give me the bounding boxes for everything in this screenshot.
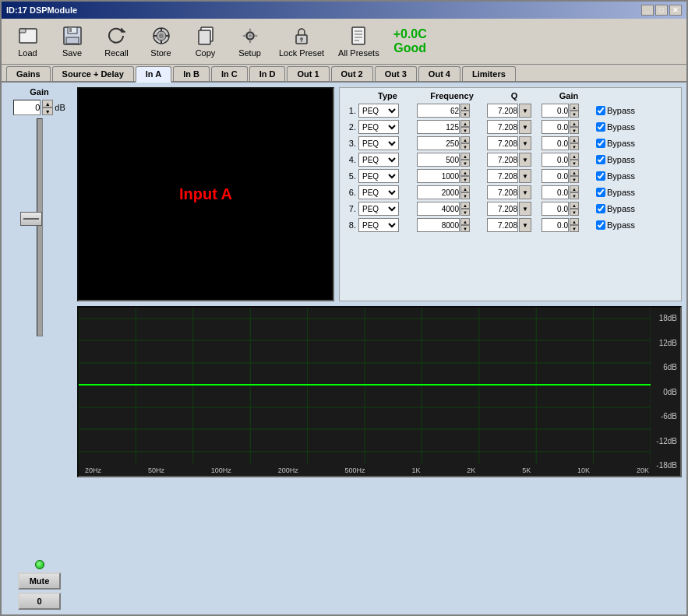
eq-row-1-freq-input[interactable] [417,104,460,118]
tab-gains[interactable]: Gains [6,66,51,81]
eq-row-5-freq-input[interactable] [417,169,460,183]
eq-row-7-q-arrow[interactable]: ▼ [519,202,531,216]
eq-row-4-freq-up[interactable]: ▲ [460,153,470,160]
eq-row-1-freq-down[interactable]: ▼ [460,111,470,118]
eq-row-7-freq-up[interactable]: ▲ [460,202,470,209]
eq-row-4-type-select[interactable]: PEQ [358,153,399,167]
eq-row-3-gain-input[interactable] [542,136,569,150]
eq-row-7-q-input[interactable] [487,202,518,216]
tab-out-3[interactable]: Out 3 [375,66,417,81]
eq-row-2-gain-up[interactable]: ▲ [570,120,579,127]
eq-row-6-q-arrow[interactable]: ▼ [519,185,531,199]
eq-row-1-q-input[interactable] [487,104,518,118]
eq-row-2-freq-input[interactable] [417,120,460,134]
eq-row-1-q-arrow[interactable]: ▼ [519,104,531,118]
eq-row-8-gain-up[interactable]: ▲ [570,218,579,225]
eq-row-5-bypass-check[interactable] [596,171,605,181]
load-button[interactable]: Load [6,22,49,61]
eq-row-6-freq-input[interactable] [417,185,460,199]
recall-button[interactable]: Recall [95,22,138,61]
eq-row-2-q-arrow[interactable]: ▼ [519,120,531,134]
eq-row-3-q-arrow[interactable]: ▼ [519,136,531,150]
eq-row-1-gain-down[interactable]: ▼ [570,111,579,118]
eq-row-7-bypass-check[interactable] [596,204,605,213]
eq-row-7-freq-down[interactable]: ▼ [460,209,470,216]
eq-row-3-gain-down[interactable]: ▼ [570,143,579,150]
eq-row-7-type-select[interactable]: PEQ [358,202,399,216]
close-button[interactable]: ✕ [669,5,682,16]
eq-row-3-freq-down[interactable]: ▼ [460,143,470,150]
tab-in-b[interactable]: In B [173,66,210,81]
eq-row-8-bypass-check[interactable] [596,220,605,230]
setup-button[interactable]: Setup [228,22,271,61]
eq-row-3-freq-up[interactable]: ▲ [460,136,470,143]
fader-thumb[interactable] [20,212,42,226]
eq-row-6-bypass-check[interactable] [596,188,605,197]
eq-row-3-freq-input[interactable] [417,136,460,150]
eq-row-5-q-arrow[interactable]: ▼ [519,169,531,183]
minimize-button[interactable]: _ [641,5,654,16]
eq-row-2-gain-input[interactable] [542,120,569,134]
eq-row-5-q-input[interactable] [487,169,518,183]
eq-row-8-q-input[interactable] [487,218,518,232]
lock-preset-button[interactable]: Lock Preset [273,22,330,61]
tab-out-2[interactable]: Out 2 [331,66,373,81]
eq-row-3-type-select[interactable]: PEQ [358,136,399,150]
all-presets-button[interactable]: All Presets [332,22,386,61]
eq-row-3-gain-up[interactable]: ▲ [570,136,579,143]
eq-row-2-freq-down[interactable]: ▼ [460,127,470,134]
eq-row-2-freq-up[interactable]: ▲ [460,120,470,127]
eq-row-6-type-select[interactable]: PEQ [358,185,399,199]
eq-row-4-gain-down[interactable]: ▼ [570,160,579,167]
tab-source-delay[interactable]: Source + Delay [52,66,134,81]
gain-down-button[interactable]: ▼ [42,107,53,115]
tab-in-a[interactable]: In A [136,66,171,83]
eq-row-1-gain-input[interactable] [542,104,569,118]
fader-track[interactable] [37,118,43,336]
eq-row-6-gain-down[interactable]: ▼ [570,192,579,199]
eq-row-1-freq-up[interactable]: ▲ [460,104,470,111]
eq-row-5-gain-input[interactable] [542,169,569,183]
eq-row-2-gain-down[interactable]: ▼ [570,127,579,134]
eq-row-6-freq-up[interactable]: ▲ [460,185,470,192]
eq-row-8-freq-down[interactable]: ▼ [460,225,470,232]
eq-row-4-freq-input[interactable] [417,153,460,167]
eq-row-3-q-input[interactable] [487,136,518,150]
eq-row-5-freq-up[interactable]: ▲ [460,169,470,176]
eq-row-6-q-input[interactable] [487,185,518,199]
copy-button[interactable]: Copy [184,22,227,61]
eq-row-3-bypass-check[interactable] [596,139,605,148]
eq-row-5-type-select[interactable]: PEQ [358,169,399,183]
eq-row-4-q-input[interactable] [487,153,518,167]
tab-out-1[interactable]: Out 1 [287,66,329,81]
eq-row-4-bypass-check[interactable] [596,155,605,164]
eq-row-4-gain-up[interactable]: ▲ [570,153,579,160]
eq-row-7-freq-input[interactable] [417,202,460,216]
eq-row-7-gain-input[interactable] [542,202,569,216]
eq-row-8-type-select[interactable]: PEQ [358,218,399,232]
tab-out-4[interactable]: Out 4 [418,66,460,81]
eq-row-7-gain-up[interactable]: ▲ [570,202,579,209]
eq-row-4-freq-down[interactable]: ▼ [460,160,470,167]
eq-row-2-type-select[interactable]: PEQ [358,120,399,134]
eq-row-8-freq-input[interactable] [417,218,460,232]
eq-row-1-gain-up[interactable]: ▲ [570,104,579,111]
tab-limiters[interactable]: Limiters [462,66,516,81]
eq-row-2-q-input[interactable] [487,120,518,134]
eq-row-8-gain-input[interactable] [542,218,569,232]
store-button[interactable]: Store [139,22,182,61]
eq-row-8-gain-down[interactable]: ▼ [570,225,579,232]
eq-row-8-q-arrow[interactable]: ▼ [519,218,531,232]
maximize-button[interactable]: □ [655,5,668,16]
save-button[interactable]: Save [51,22,93,61]
eq-row-4-gain-input[interactable] [542,153,569,167]
eq-row-5-gain-down[interactable]: ▼ [570,176,579,183]
gain-up-button[interactable]: ▲ [42,100,53,107]
eq-row-8-freq-up[interactable]: ▲ [460,218,470,225]
eq-row-2-bypass-check[interactable] [596,122,605,132]
eq-row-7-gain-down[interactable]: ▼ [570,209,579,216]
eq-row-6-freq-down[interactable]: ▼ [460,192,470,199]
tab-in-d[interactable]: In D [249,66,286,81]
eq-row-6-gain-up[interactable]: ▲ [570,185,579,192]
eq-row-4-q-arrow[interactable]: ▼ [519,153,531,167]
